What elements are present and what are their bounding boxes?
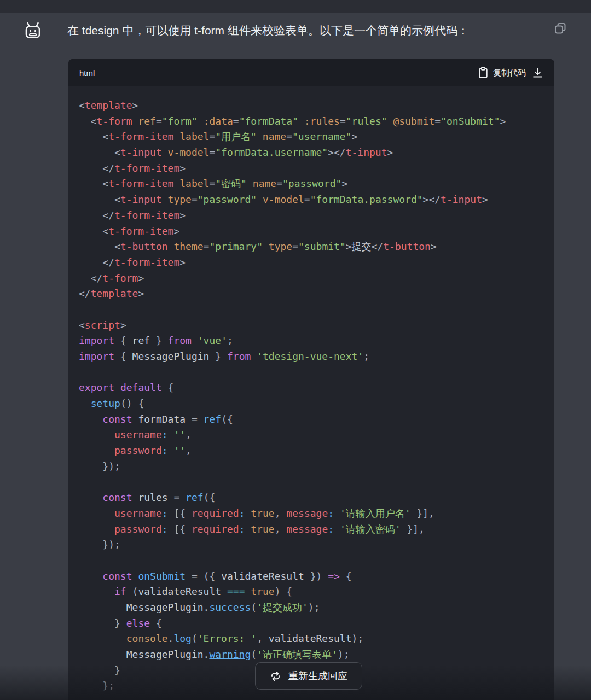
refresh-icon [270,670,281,682]
code-line: <t-input type="password" v-model="formDa… [79,192,544,208]
code-line: </t-form-item> [79,255,544,271]
code-line: <t-form-item> [79,224,544,240]
code-line: username: '', [79,427,544,443]
code-line: <template> [79,98,544,114]
download-icon [532,67,543,79]
code-line: import { MessagePlugin } from 'tdesign-v… [79,349,544,365]
assistant-message-text: 在 tdesign 中，可以使用 t-form 组件来校验表单。以下是一个简单的… [67,23,543,38]
code-line: password: '', [79,443,544,459]
copy-icon[interactable] [553,21,568,36]
code-line: <script> [79,318,544,334]
code-language-label: html [79,68,95,78]
code-line [79,365,544,381]
copy-code-label: 复制代码 [493,68,526,78]
code-line: </t-form-item> [79,161,544,177]
code-line: }); [79,537,544,553]
code-actions: 复制代码 [478,67,543,79]
code-line: import { ref } from 'vue'; [79,333,544,349]
code-line: MessagePlugin.warning('请正确填写表单'); [79,647,544,663]
code-block-header: html 复制代码 [68,59,554,86]
copy-code-button[interactable]: 复制代码 [478,67,526,79]
code-line [79,302,544,318]
code-line: </template> [79,286,544,302]
code-content: <template> <t-form ref="form" :data="for… [68,86,554,700]
code-line: if (validateResult === true) { [79,584,544,600]
code-line: console.log('Errors: ', validateResult); [79,631,544,647]
code-line: const formData = ref({ [79,412,544,428]
code-line: <t-form ref="form" :data="formData" :rul… [79,114,544,130]
code-line: const rules = ref({ [79,490,544,506]
code-line [79,475,544,491]
code-line: }); [79,459,544,475]
clipboard-icon [478,67,489,79]
download-code-button[interactable] [532,67,543,79]
code-line: </t-form-item> [79,208,544,224]
code-line: setup() { [79,396,544,412]
code-line: <t-form-item label="密码" name="password"> [79,176,544,192]
code-line: <t-button theme="primary" type="submit">… [79,239,544,255]
regenerate-label: 重新生成回应 [288,669,347,682]
previous-content-edge [0,0,591,13]
regenerate-button[interactable]: 重新生成回应 [255,662,362,690]
code-line: password: [{ required: true, message: '请… [79,522,544,538]
code-line: export default { [79,380,544,396]
code-line [79,553,544,569]
code-line: </t-form> [79,271,544,287]
code-line: } else { [79,616,544,632]
code-line: <t-form-item label="用户名" name="username"… [79,129,544,145]
code-line: MessagePlugin.success('提交成功'); [79,600,544,616]
code-line: const onSubmit = ({ validateResult }) =>… [79,569,544,585]
code-line: <t-input v-model="formData.username"></t… [79,145,544,161]
code-line: username: [{ required: true, message: '请… [79,506,544,522]
bot-icon [22,20,44,43]
code-block: html 复制代码 [68,59,554,700]
